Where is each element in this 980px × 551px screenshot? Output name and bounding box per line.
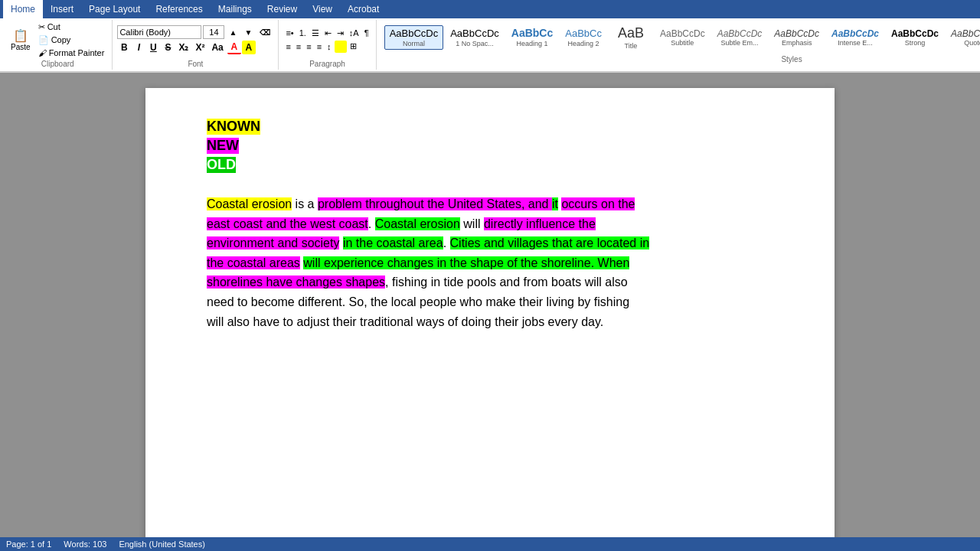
tab-insert[interactable]: Insert [43, 0, 81, 18]
style-subtitle-preview: AaBbCcDc [660, 28, 705, 39]
bullets-button[interactable]: ≡• [283, 28, 296, 38]
font-name-input[interactable] [117, 25, 201, 39]
style-heading2-preview: AaBbCc [565, 28, 602, 40]
document-page[interactable]: KNOWN NEW OLD Coastal erosion is a probl… [145, 88, 835, 547]
old-label: OLD [207, 157, 773, 182]
highlight-color-button[interactable]: A [242, 41, 256, 54]
increase-font-button[interactable]: ▲ [226, 25, 240, 39]
shorelines-shapes: shorelines have changes shapes [207, 276, 385, 289]
will-also-text: will also have to adjust their tradition… [207, 315, 603, 328]
located-in: that are located in [548, 236, 649, 249]
clipboard-group: 📋 Paste ✂ Cut 📄 Copy 🖌 Format Painter Cl… [3, 20, 113, 70]
increase-indent-button[interactable]: ⇥ [335, 28, 346, 39]
paragraph-controls: ≡• 1. ☰ ⇤ ⇥ ↕A ¶ ≡ ≡ ≡ ≡ ↕ [283, 21, 371, 58]
align-right-button[interactable]: ≡ [304, 41, 313, 52]
style-subtle-emphasis-label: Subtle Em... [720, 39, 758, 47]
style-heading1-label: Heading 1 [516, 40, 547, 47]
copy-button[interactable]: 📄 Copy [35, 34, 108, 46]
style-subtitle-label: Subtitle [671, 39, 694, 47]
strikethrough-button[interactable]: S [161, 41, 175, 54]
italic-button[interactable]: I [132, 41, 145, 54]
format-painter-button[interactable]: 🖌 Format Painter [35, 47, 108, 58]
occurs-on-the: occurs on the [561, 197, 635, 210]
clipboard-label: Clipboard [41, 60, 74, 68]
style-subtle-emphasis[interactable]: AaBbCcDc Subtle Em... [712, 26, 768, 49]
paste-label: Paste [11, 43, 31, 51]
style-subtitle[interactable]: AaBbCcDc Subtitle [655, 26, 710, 49]
style-quote-label: Quote [964, 39, 980, 47]
text-and: , and [521, 197, 552, 210]
style-normal-label: Normal [403, 40, 425, 47]
text-it: it [552, 197, 558, 210]
main-paragraph[interactable]: Coastal erosion is a problem throughout … [207, 194, 773, 331]
environment-society: environment and society [207, 236, 339, 249]
subscript-button[interactable]: X₂ [175, 41, 191, 54]
tab-page-layout[interactable]: Page Layout [81, 0, 148, 18]
tab-view[interactable]: View [305, 0, 340, 18]
superscript-button[interactable]: X² [192, 41, 207, 54]
shading-button[interactable] [335, 41, 347, 53]
borders-button[interactable]: ⊞ [348, 41, 359, 52]
old-text: OLD [207, 157, 236, 173]
clipboard-small-buttons: ✂ Cut 📄 Copy 🖌 Format Painter [35, 21, 108, 58]
tab-references[interactable]: References [148, 0, 210, 18]
language-status: English (United States) [119, 540, 205, 549]
decrease-font-button[interactable]: ▼ [241, 25, 255, 39]
ribbon: Home Insert Page Layout References Maili… [0, 0, 980, 73]
styles-gallery: AaBbCcDc Normal AaBbCcDc 1 No Spac... Aa… [381, 21, 980, 54]
fishing-text: , fishing in tide pools and from boats w… [385, 276, 628, 289]
style-quote[interactable]: AaBbCcDc Quote [946, 26, 980, 49]
tab-mailings[interactable]: Mailings [211, 0, 260, 18]
font-color-button[interactable]: A [227, 41, 241, 54]
new-label: NEW [207, 138, 773, 157]
styles-group: AaBbCcDc Normal AaBbCcDc 1 No Spac... Aa… [377, 20, 980, 70]
style-strong[interactable]: AaBbCcDc Strong [886, 26, 944, 49]
style-normal[interactable]: AaBbCcDc Normal [384, 25, 444, 50]
will-experience: will experience changes in the shape of … [303, 256, 590, 269]
style-title[interactable]: AaB Title [609, 23, 653, 52]
tab-review[interactable]: Review [260, 0, 305, 18]
text-will: will [460, 217, 484, 230]
align-center-button[interactable]: ≡ [294, 41, 303, 52]
line-spacing-button[interactable]: ↕ [325, 41, 334, 52]
paste-icon: 📋 [13, 28, 28, 43]
decrease-indent-button[interactable]: ⇤ [322, 28, 334, 39]
east-coast: east coast and the west coast [207, 217, 368, 230]
underline-button[interactable]: U [146, 41, 160, 54]
font-size-input[interactable] [203, 25, 224, 39]
coastal-erosion-1: Coastal erosion [207, 197, 292, 210]
tab-acrobat[interactable]: Acrobat [340, 0, 387, 18]
coastal-areas: the coastal areas [207, 256, 300, 269]
style-intense-emphasis[interactable]: AaBbCcDc Intense E... [826, 26, 884, 49]
cut-button[interactable]: ✂ Cut [35, 21, 108, 33]
style-heading1[interactable]: AaBbCc Heading 1 [506, 24, 558, 50]
show-formatting-button[interactable]: ¶ [362, 28, 371, 38]
font-case-button[interactable]: Aa [208, 41, 226, 54]
coastal-erosion-2: Coastal erosion [375, 217, 460, 230]
styles-label: Styles [781, 55, 802, 64]
multilevel-list-button[interactable]: ☰ [309, 28, 322, 39]
align-left-button[interactable]: ≡ [283, 41, 292, 52]
style-no-spacing[interactable]: AaBbCcDc 1 No Spac... [445, 25, 505, 50]
paragraph-label: Paragraph [309, 60, 345, 68]
tab-home[interactable]: Home [3, 0, 43, 18]
paste-button[interactable]: 📋 Paste [8, 27, 34, 53]
sort-button[interactable]: ↕A [347, 28, 361, 38]
style-heading1-preview: AaBbCc [511, 27, 553, 40]
align-buttons: ≡ ≡ ≡ ≡ ↕ ⊞ [283, 41, 371, 53]
style-emphasis[interactable]: AaBbCcDc Emphasis [769, 26, 825, 49]
numbering-button[interactable]: 1. [297, 28, 309, 38]
problem-through-us: problem throughout the United States [318, 197, 521, 210]
when-text: . When [591, 256, 630, 269]
justify-button[interactable]: ≡ [315, 41, 324, 52]
style-no-spacing-label: 1 No Spac... [456, 40, 494, 47]
bold-button[interactable]: B [117, 41, 131, 54]
labels-section: KNOWN NEW OLD [207, 119, 773, 182]
style-heading2[interactable]: AaBbCc Heading 2 [560, 25, 607, 50]
style-heading2-label: Heading 2 [568, 40, 599, 47]
clear-format-button[interactable]: ⌫ [256, 25, 273, 39]
style-emphasis-label: Emphasis [782, 39, 812, 47]
text-format-row: B I U S X₂ X² Aa A A [117, 41, 273, 54]
style-strong-label: Strong [905, 39, 926, 47]
para-buttons: ≡• 1. ☰ ⇤ ⇥ ↕A ¶ ≡ ≡ ≡ ≡ ↕ [283, 28, 371, 53]
